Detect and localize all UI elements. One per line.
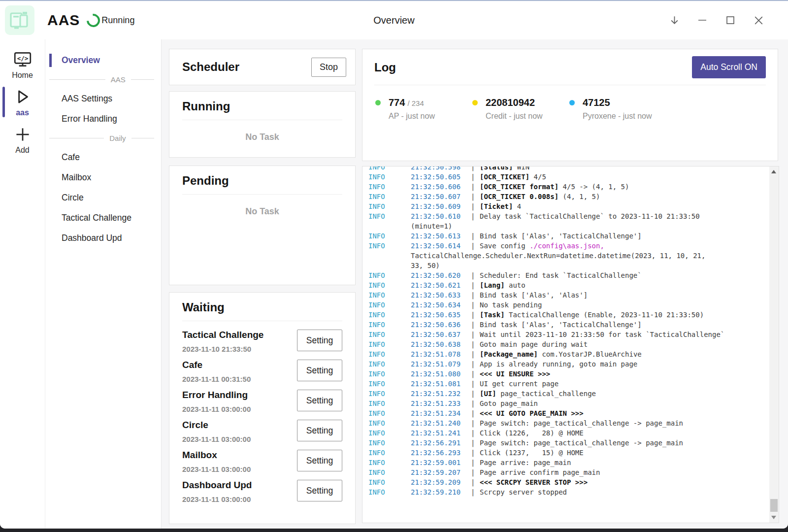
log-timestamp: 21:32:51.232 <box>411 389 471 399</box>
log-line: (minute=1) <box>368 221 766 231</box>
app-window: AAS Running Overview <box>0 0 788 529</box>
setting-button[interactable]: Setting <box>297 480 342 501</box>
stop-button[interactable]: Stop <box>311 58 346 77</box>
nav-item-circle[interactable]: Circle <box>45 188 161 208</box>
log-level: INFO <box>368 290 411 300</box>
log-message: Bind task ['Alas', 'Alas'] <box>480 290 588 300</box>
rail-label-aas: aas <box>16 108 29 117</box>
setting-button[interactable]: Setting <box>297 420 342 441</box>
scroll-up-arrow-icon[interactable] <box>771 170 776 173</box>
stat-value: 47125 <box>583 97 610 108</box>
nav-panel: OverviewAASAAS SettingsError HandlingDai… <box>45 39 162 529</box>
nav-item-error-handling[interactable]: Error Handling <box>45 109 161 129</box>
minimize-button[interactable] <box>696 14 708 26</box>
log-message: [Task] TacticalChallenge (Enable, 2023-1… <box>480 310 704 320</box>
setting-button[interactable]: Setting <box>297 390 342 411</box>
log-level: INFO <box>368 201 411 211</box>
log-timestamp: 21:32:50.598 <box>411 166 471 172</box>
log-timestamp: 21:32:50.621 <box>411 280 471 290</box>
rail-item-add[interactable]: Add <box>0 124 45 155</box>
rail-item-home[interactable]: </> Home <box>0 49 45 80</box>
log-line: INFO21:32:50.638|Goto main page during w… <box>368 339 766 349</box>
nav-item-aas-settings[interactable]: AAS Settings <box>45 89 161 109</box>
log-level: INFO <box>368 300 411 310</box>
log-separator: | <box>471 428 480 438</box>
log-timestamp: 21:32:50.636 <box>411 320 471 330</box>
log-message: Goto main page during wait <box>480 339 588 349</box>
log-separator: | <box>471 201 480 211</box>
log-line: INFO21:32:50.610|Delay task `TacticalCha… <box>368 211 766 221</box>
rail-item-aas[interactable]: aas <box>0 87 45 117</box>
log-separator: | <box>471 399 480 408</box>
scrollbar-thumb[interactable] <box>770 499 778 512</box>
stat-dot-icon <box>472 100 478 105</box>
setting-button[interactable]: Setting <box>297 360 342 381</box>
close-button[interactable] <box>753 14 764 26</box>
title-bar: AAS Running Overview <box>0 1 788 39</box>
log-message: [OCR_TICKET 0.008s] (4, 1, 5) <box>480 192 600 201</box>
log-timestamp: 21:32:51.240 <box>411 418 471 428</box>
download-update-button[interactable] <box>668 14 680 26</box>
stat-label: AP - just now <box>389 112 435 121</box>
log-timestamp: 21:32:56.291 <box>411 438 471 448</box>
setting-button[interactable]: Setting <box>297 330 342 351</box>
auto-scroll-toggle[interactable]: Auto Scroll ON <box>692 56 766 78</box>
log-message: Bind task ['Alas', 'TacticalChallenge'] <box>480 320 642 330</box>
nav-item-label: Error Handling <box>62 114 117 124</box>
log-level: INFO <box>368 211 411 221</box>
log-message: TacticalChallenge.Scheduler.NextRun=date… <box>411 251 705 261</box>
log-card: Log Auto Scroll ON 774/ 234AP - just now… <box>362 49 778 161</box>
log-level: INFO <box>368 477 411 487</box>
nav-item-overview[interactable]: Overview <box>45 50 161 70</box>
nav-item-dashboard-upd[interactable]: Dashboard Upd <box>45 228 161 248</box>
log-level: INFO <box>368 241 411 251</box>
log-message: Scheduler: End task `TacticalChallenge` <box>480 270 642 280</box>
log-message: Scrcpy server stopped <box>480 487 567 497</box>
nav-item-tactical-challenge[interactable]: Tactical Challenge <box>45 208 161 228</box>
waiting-task-dashboard-upd: Dashboard Upd2023-11-11 03:00:00Setting <box>182 477 342 507</box>
log-message: Page arrive: page_main <box>480 458 571 467</box>
log-line: INFO21:32:50.609|[Ticket] 4 <box>368 201 766 211</box>
log-timestamp: 21:32:50.613 <box>411 231 471 241</box>
nav-section-aas: AAS <box>45 70 161 89</box>
log-level: INFO <box>368 418 411 428</box>
log-scrollbar[interactable] <box>769 166 779 523</box>
log-separator: | <box>471 192 480 201</box>
log-level: INFO <box>368 487 411 497</box>
stat-credit: 220810942Credit - just now <box>472 97 569 121</box>
log-line: INFO21:32:50.598|[Status] WIN <box>368 166 766 172</box>
waiting-task-circle: Circle2023-11-11 03:00:00Setting <box>182 417 342 447</box>
log-separator: | <box>471 438 480 448</box>
divider <box>182 321 342 321</box>
log-level: INFO <box>368 359 411 369</box>
maximize-button[interactable] <box>724 14 736 26</box>
log-level: INFO <box>368 428 411 438</box>
running-card: Running No Task <box>169 91 356 158</box>
log-level: INFO <box>368 399 411 408</box>
log-line: INFO21:32:59.207|Page arrive confirm pag… <box>368 467 766 477</box>
log-lines: INFO21:32:50.598|[Status] WININFO21:32:5… <box>362 166 779 497</box>
log-separator: | <box>471 458 480 467</box>
waiting-title: Waiting <box>182 300 342 314</box>
log-timestamp: 21:32:50.606 <box>411 182 471 192</box>
log-timestamp: 21:32:50.607 <box>411 192 471 201</box>
log-timestamp: 21:32:50.605 <box>411 172 471 182</box>
log-separator: | <box>471 280 480 290</box>
log-message: Page arrive confirm page_main <box>480 467 600 477</box>
log-message: Page switch: page_tactical_challenge -> … <box>480 418 683 428</box>
log-output[interactable]: INFO21:32:50.598|[Status] WININFO21:32:5… <box>362 166 779 523</box>
setting-button[interactable]: Setting <box>297 450 342 471</box>
log-separator: | <box>471 349 480 359</box>
nav-item-cafe[interactable]: Cafe <box>45 147 161 167</box>
log-timestamp: 21:32:50.614 <box>411 241 471 251</box>
nav-item-mailbox[interactable]: Mailbox <box>45 167 161 188</box>
log-line: INFO21:32:50.605|[OCR_TICKET] 4/5 <box>368 172 766 182</box>
log-level: INFO <box>368 339 411 349</box>
divider-line <box>49 79 105 80</box>
log-message: App is already running, goto main page <box>480 359 637 369</box>
nav-section-label: Daily <box>109 134 126 142</box>
window-controls <box>668 14 764 26</box>
waiting-task-tactical-challenge: Tactical Challenge2023-11-10 21:33:50Set… <box>182 327 342 357</box>
scroll-down-arrow-icon[interactable] <box>771 516 776 519</box>
nav-item-label: Dashboard Upd <box>62 233 122 243</box>
